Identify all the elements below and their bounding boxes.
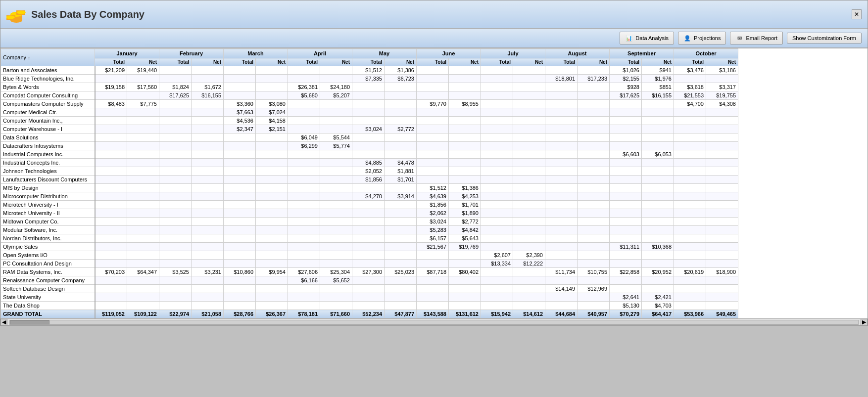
scrollbar-track[interactable] xyxy=(9,320,859,325)
data-cell xyxy=(578,251,610,260)
data-cell: $19,755 xyxy=(706,91,738,100)
table-row: Nordan Distributors, Inc.$6,157$5,643 xyxy=(1,234,738,243)
data-cell xyxy=(545,302,578,310)
data-cell: $17,625 xyxy=(610,91,642,100)
data-cell xyxy=(513,91,545,100)
data-cell xyxy=(159,260,192,268)
data-cell xyxy=(385,117,417,125)
data-cell xyxy=(127,234,159,243)
horizontal-scrollbar[interactable]: ◀ ▶ xyxy=(0,318,868,325)
data-cell xyxy=(449,150,481,159)
chart-icon: 📊 xyxy=(625,34,633,42)
data-cell xyxy=(417,176,449,184)
data-cell: $80,402 xyxy=(449,268,481,276)
data-cell xyxy=(320,218,352,226)
data-cell xyxy=(320,293,352,302)
data-cell xyxy=(578,184,610,192)
data-cell xyxy=(224,234,256,243)
data-cell xyxy=(385,83,417,91)
scroll-right-button[interactable]: ▶ xyxy=(861,319,868,326)
data-cell xyxy=(192,100,224,108)
data-cell xyxy=(449,108,481,117)
company-cell: Datacrafters Infosystems xyxy=(1,142,95,150)
data-cell xyxy=(706,117,738,125)
data-analysis-button[interactable]: 📊 Data Analysis xyxy=(620,32,674,44)
data-cell xyxy=(481,167,513,176)
company-column-header[interactable]: Company ↕ xyxy=(1,49,95,66)
title-bar: Sales Data By Company ✕ xyxy=(0,0,868,29)
data-cell xyxy=(320,226,352,234)
data-cell xyxy=(95,260,127,268)
close-button[interactable]: ✕ xyxy=(852,9,862,19)
data-cell xyxy=(545,218,578,226)
data-cell xyxy=(481,142,513,150)
data-cell xyxy=(642,201,674,209)
scrollbar-thumb[interactable] xyxy=(10,320,49,324)
data-cell xyxy=(95,201,127,209)
data-cell xyxy=(127,302,159,310)
data-cell xyxy=(481,159,513,167)
data-cell xyxy=(706,251,738,260)
table-row: Barton and Associates$21,209$19,440$1,51… xyxy=(1,66,738,75)
data-cell xyxy=(706,108,738,117)
data-cell xyxy=(95,91,127,100)
data-cell xyxy=(417,293,449,302)
data-cell xyxy=(513,108,545,117)
table-row: Bytes & Words$19,158$17,560$1,824$1,672$… xyxy=(1,83,738,91)
data-cell xyxy=(159,133,192,142)
data-cell xyxy=(610,133,642,142)
scroll-left-button[interactable]: ◀ xyxy=(0,319,7,326)
show-customization-button[interactable]: Show Customization Form xyxy=(787,33,862,44)
data-cell xyxy=(352,100,385,108)
data-cell xyxy=(578,83,610,91)
data-cell xyxy=(545,142,578,150)
grand-total-cell: $47,877 xyxy=(385,310,417,318)
data-cell xyxy=(449,293,481,302)
company-cell: Nordan Distributors, Inc. xyxy=(1,234,95,243)
data-cell xyxy=(417,167,449,176)
data-cell xyxy=(256,192,288,201)
data-cell: $9,954 xyxy=(256,268,288,276)
data-cell xyxy=(192,142,224,150)
company-cell: Modular Software, Inc. xyxy=(1,226,95,234)
data-cell xyxy=(610,100,642,108)
data-cell xyxy=(545,226,578,234)
data-cell xyxy=(256,142,288,150)
feb-total-header: Total xyxy=(159,58,192,66)
data-cell: $16,155 xyxy=(642,91,674,100)
sort-icon: ↕ xyxy=(28,55,30,60)
data-cell: $3,525 xyxy=(159,268,192,276)
data-cell xyxy=(385,226,417,234)
data-cell xyxy=(578,100,610,108)
data-cell xyxy=(578,91,610,100)
data-cell xyxy=(352,234,385,243)
data-cell xyxy=(545,243,578,251)
coins-icon xyxy=(6,4,26,24)
table-container[interactable]: Company ↕ January February March April M… xyxy=(0,48,868,318)
data-cell xyxy=(642,226,674,234)
company-cell: Industrial Computers Inc. xyxy=(1,150,95,159)
data-cell xyxy=(610,218,642,226)
data-cell xyxy=(95,293,127,302)
email-report-button[interactable]: ✉ Email Report xyxy=(730,32,783,44)
data-cell xyxy=(352,108,385,117)
data-cell xyxy=(159,142,192,150)
apr-net-header: Net xyxy=(320,58,352,66)
data-cell xyxy=(288,251,320,260)
data-cell xyxy=(481,117,513,125)
data-cell xyxy=(417,142,449,150)
projections-button[interactable]: 👤 Projections xyxy=(678,32,726,44)
data-cell: $5,652 xyxy=(320,276,352,285)
data-cell xyxy=(610,117,642,125)
data-cell xyxy=(192,201,224,209)
mar-header: March xyxy=(224,49,288,58)
data-cell: $1,856 xyxy=(417,201,449,209)
company-cell: The Data Shop xyxy=(1,302,95,310)
data-cell xyxy=(224,285,256,293)
data-cell: $8,955 xyxy=(449,100,481,108)
data-cell xyxy=(706,75,738,83)
sales-table: Company ↕ January February March April M… xyxy=(0,48,738,318)
data-cell xyxy=(320,251,352,260)
data-cell xyxy=(545,100,578,108)
data-cell xyxy=(481,184,513,192)
